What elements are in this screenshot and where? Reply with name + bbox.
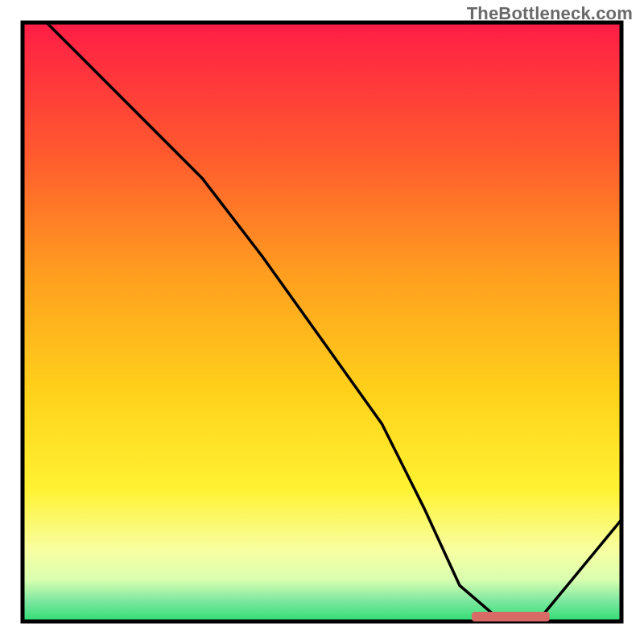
- watermark-text: TheBottleneck.com: [467, 3, 633, 24]
- gradient-background: [23, 23, 621, 621]
- chart-container: TheBottleneck.com: [0, 0, 644, 644]
- optimal-range-marker: [472, 612, 550, 621]
- bottleneck-chart: [0, 0, 644, 644]
